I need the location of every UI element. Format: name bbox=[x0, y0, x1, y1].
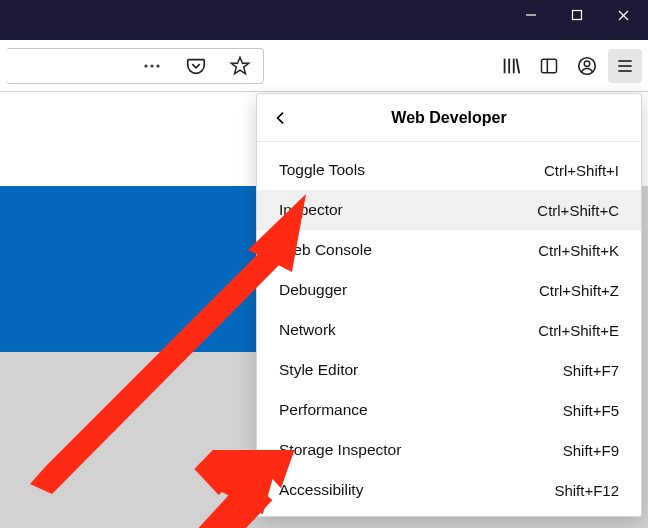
minimize-icon bbox=[525, 9, 537, 21]
menu-item-shortcut: Ctrl+Shift+Z bbox=[539, 282, 619, 299]
app-menu-button[interactable] bbox=[608, 49, 642, 83]
menu-item-label: Inspector bbox=[279, 201, 343, 219]
library-button[interactable] bbox=[494, 49, 528, 83]
menu-item-label: Style Editor bbox=[279, 361, 358, 379]
reader-sidebar-icon bbox=[539, 56, 559, 76]
page-blue-band bbox=[0, 186, 260, 352]
menu-item-accessibility[interactable]: AccessibilityShift+F12 bbox=[257, 470, 641, 510]
svg-point-15 bbox=[584, 60, 590, 66]
menu-item-shortcut: Ctrl+Shift+K bbox=[538, 242, 619, 259]
hamburger-menu-icon bbox=[615, 56, 635, 76]
menu-item-label: Accessibility bbox=[279, 481, 363, 499]
menu-item-shortcut: Shift+F5 bbox=[563, 402, 619, 419]
menu-item-shortcut: Ctrl+Shift+E bbox=[538, 322, 619, 339]
svg-point-4 bbox=[144, 64, 147, 67]
window-titlebar bbox=[0, 0, 648, 40]
menu-item-style-editor[interactable]: Style EditorShift+F7 bbox=[257, 350, 641, 390]
sidebar-button[interactable] bbox=[532, 49, 566, 83]
account-button[interactable] bbox=[570, 49, 604, 83]
menu-item-label: Toggle Tools bbox=[279, 161, 365, 179]
menu-item-storage-inspector[interactable]: Storage InspectorShift+F9 bbox=[257, 430, 641, 470]
library-icon bbox=[500, 55, 522, 77]
bookmark-star-button[interactable] bbox=[223, 49, 257, 83]
maximize-button[interactable] bbox=[554, 0, 600, 30]
pocket-icon bbox=[185, 55, 207, 77]
menu-item-shortcut: Ctrl+Shift+C bbox=[537, 202, 619, 219]
menu-item-label: Debugger bbox=[279, 281, 347, 299]
url-bar[interactable] bbox=[6, 48, 264, 84]
page-actions-icon[interactable] bbox=[135, 49, 169, 83]
svg-point-6 bbox=[156, 64, 159, 67]
svg-marker-7 bbox=[231, 57, 248, 73]
svg-line-11 bbox=[517, 58, 520, 73]
pocket-button[interactable] bbox=[179, 49, 213, 83]
chevron-left-icon bbox=[273, 110, 289, 126]
menu-back-button[interactable] bbox=[267, 104, 295, 132]
close-button[interactable] bbox=[600, 0, 646, 30]
menu-item-label: Performance bbox=[279, 401, 368, 419]
menu-item-shortcut: Shift+F7 bbox=[563, 362, 619, 379]
menu-title: Web Developer bbox=[257, 109, 641, 127]
svg-rect-1 bbox=[573, 11, 582, 20]
menu-item-shortcut: Shift+F12 bbox=[554, 482, 619, 499]
svg-point-5 bbox=[150, 64, 153, 67]
star-icon bbox=[229, 55, 251, 77]
menu-item-web-console[interactable]: Web ConsoleCtrl+Shift+K bbox=[257, 230, 641, 270]
more-horizontal-icon bbox=[142, 56, 162, 76]
minimize-button[interactable] bbox=[508, 0, 554, 30]
menu-item-label: Web Console bbox=[279, 241, 372, 259]
menu-item-network[interactable]: NetworkCtrl+Shift+E bbox=[257, 310, 641, 350]
menu-item-performance[interactable]: PerformanceShift+F5 bbox=[257, 390, 641, 430]
close-icon bbox=[617, 9, 630, 22]
svg-rect-12 bbox=[542, 59, 557, 72]
menu-item-shortcut: Shift+F9 bbox=[563, 442, 619, 459]
menu-item-inspector[interactable]: InspectorCtrl+Shift+C bbox=[257, 190, 641, 230]
maximize-icon bbox=[571, 9, 583, 21]
browser-toolbar bbox=[0, 40, 648, 92]
menu-list: Toggle ToolsCtrl+Shift+IInspectorCtrl+Sh… bbox=[257, 142, 641, 510]
menu-item-shortcut: Ctrl+Shift+I bbox=[544, 162, 619, 179]
menu-item-label: Network bbox=[279, 321, 336, 339]
menu-item-toggle-tools[interactable]: Toggle ToolsCtrl+Shift+I bbox=[257, 150, 641, 190]
web-developer-menu: Web Developer Toggle ToolsCtrl+Shift+IIn… bbox=[256, 93, 642, 517]
menu-item-label: Storage Inspector bbox=[279, 441, 401, 459]
menu-item-debugger[interactable]: DebuggerCtrl+Shift+Z bbox=[257, 270, 641, 310]
menu-header: Web Developer bbox=[257, 94, 641, 142]
account-icon bbox=[576, 55, 598, 77]
